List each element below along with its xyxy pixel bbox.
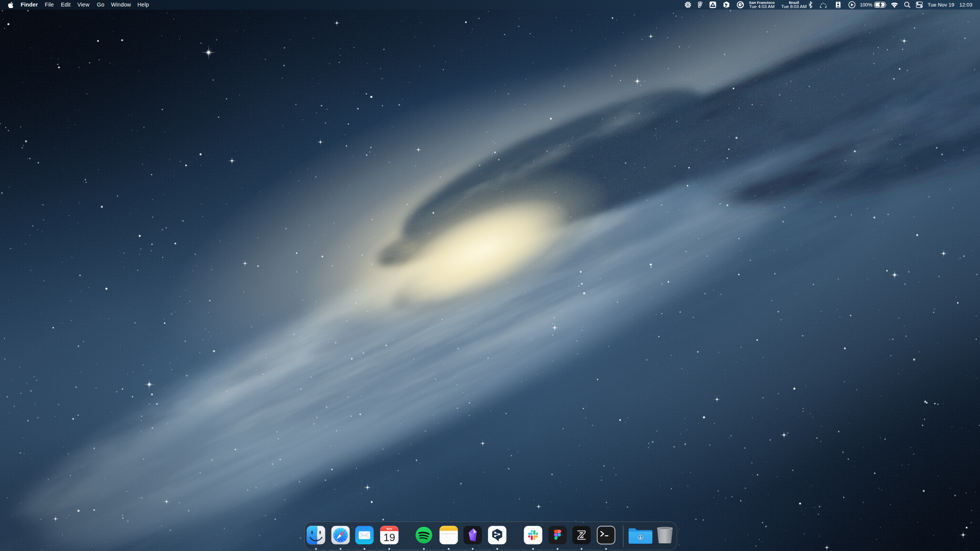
svg-text:Tue Nov 19: Tue Nov 19 xyxy=(928,2,954,8)
svg-text:Tue 4:03 AM: Tue 4:03 AM xyxy=(749,4,774,9)
svg-text:100%: 100% xyxy=(860,2,872,8)
svg-text:NOV: NOV xyxy=(386,527,392,530)
svg-text:Tue 8:03 AM: Tue 8:03 AM xyxy=(781,4,807,9)
svg-text:19: 19 xyxy=(383,531,395,543)
svg-text:12:03: 12:03 xyxy=(959,2,972,8)
